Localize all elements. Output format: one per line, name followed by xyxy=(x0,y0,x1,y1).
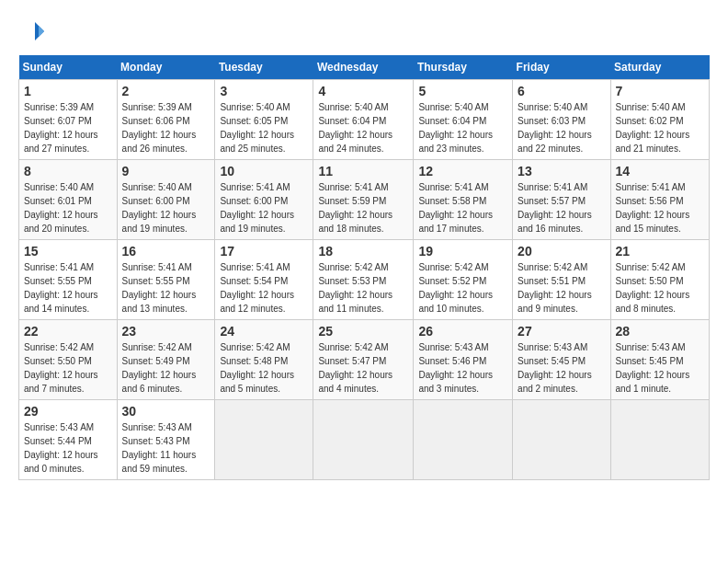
calendar-cell: 28 Sunrise: 5:43 AMSunset: 5:45 PMDaylig… xyxy=(610,320,709,400)
day-number: 10 xyxy=(220,164,308,178)
week-row-2: 8 Sunrise: 5:40 AMSunset: 6:01 PMDayligh… xyxy=(19,160,710,240)
calendar-cell: 24 Sunrise: 5:42 AMSunset: 5:48 PMDaylig… xyxy=(215,320,313,400)
calendar-cell: 2 Sunrise: 5:39 AMSunset: 6:06 PMDayligh… xyxy=(117,80,215,160)
calendar-cell xyxy=(215,400,313,480)
calendar-cell: 6 Sunrise: 5:40 AMSunset: 6:03 PMDayligh… xyxy=(513,80,610,160)
calendar-table: SundayMondayTuesdayWednesdayThursdayFrid… xyxy=(18,55,710,480)
day-info: Sunrise: 5:41 AMSunset: 5:55 PMDaylight:… xyxy=(24,260,112,316)
day-number: 4 xyxy=(318,84,408,98)
day-header-tuesday: Tuesday xyxy=(215,55,313,80)
calendar-cell xyxy=(313,400,414,480)
calendar-cell: 27 Sunrise: 5:43 AMSunset: 5:45 PMDaylig… xyxy=(513,320,610,400)
day-info: Sunrise: 5:41 AMSunset: 5:56 PMDaylight:… xyxy=(616,180,704,236)
calendar-cell: 5 Sunrise: 5:40 AMSunset: 6:04 PMDayligh… xyxy=(414,80,513,160)
calendar-cell: 30 Sunrise: 5:43 AMSunset: 5:43 PMDaylig… xyxy=(117,400,215,480)
day-info: Sunrise: 5:40 AMSunset: 6:02 PMDaylight:… xyxy=(616,100,704,155)
day-number: 28 xyxy=(616,324,704,339)
day-info: Sunrise: 5:39 AMSunset: 6:06 PMDaylight:… xyxy=(122,100,210,155)
day-info: Sunrise: 5:42 AMSunset: 5:52 PMDaylight:… xyxy=(418,260,507,316)
day-info: Sunrise: 5:43 AMSunset: 5:46 PMDaylight:… xyxy=(418,340,507,396)
day-info: Sunrise: 5:42 AMSunset: 5:53 PMDaylight:… xyxy=(318,260,408,316)
logo xyxy=(18,18,50,46)
day-info: Sunrise: 5:43 AMSunset: 5:45 PMDaylight:… xyxy=(616,340,704,396)
week-row-1: 1 Sunrise: 5:39 AMSunset: 6:07 PMDayligh… xyxy=(19,80,710,160)
day-info: Sunrise: 5:43 AMSunset: 5:45 PMDaylight:… xyxy=(518,340,605,396)
day-number: 24 xyxy=(220,324,308,339)
day-number: 14 xyxy=(616,164,704,178)
calendar-cell: 21 Sunrise: 5:42 AMSunset: 5:50 PMDaylig… xyxy=(610,240,709,320)
day-info: Sunrise: 5:41 AMSunset: 6:00 PMDaylight:… xyxy=(220,180,308,236)
day-info: Sunrise: 5:43 AMSunset: 5:44 PMDaylight:… xyxy=(24,420,112,476)
day-info: Sunrise: 5:41 AMSunset: 5:54 PMDaylight:… xyxy=(220,260,308,316)
day-number: 16 xyxy=(122,244,210,259)
calendar-cell xyxy=(610,400,709,480)
calendar-cell: 13 Sunrise: 5:41 AMSunset: 5:57 PMDaylig… xyxy=(513,160,610,240)
day-number: 9 xyxy=(122,164,210,178)
day-info: Sunrise: 5:41 AMSunset: 5:58 PMDaylight:… xyxy=(418,180,507,236)
day-number: 8 xyxy=(24,164,112,178)
calendar-cell xyxy=(513,400,610,480)
day-number: 19 xyxy=(418,244,507,259)
calendar-cell: 15 Sunrise: 5:41 AMSunset: 5:55 PMDaylig… xyxy=(19,240,118,320)
day-number: 5 xyxy=(418,84,507,98)
day-info: Sunrise: 5:41 AMSunset: 5:55 PMDaylight:… xyxy=(122,260,210,316)
day-number: 1 xyxy=(24,84,112,98)
calendar-cell: 11 Sunrise: 5:41 AMSunset: 5:59 PMDaylig… xyxy=(313,160,414,240)
week-row-3: 15 Sunrise: 5:41 AMSunset: 5:55 PMDaylig… xyxy=(19,240,710,320)
day-number: 12 xyxy=(418,164,507,178)
day-info: Sunrise: 5:42 AMSunset: 5:50 PMDaylight:… xyxy=(616,260,704,316)
week-row-4: 22 Sunrise: 5:42 AMSunset: 5:50 PMDaylig… xyxy=(19,320,710,400)
day-info: Sunrise: 5:42 AMSunset: 5:47 PMDaylight:… xyxy=(318,340,408,396)
day-header-sunday: Sunday xyxy=(19,55,118,80)
header-row: SundayMondayTuesdayWednesdayThursdayFrid… xyxy=(19,55,710,80)
day-number: 3 xyxy=(220,84,308,98)
day-number: 7 xyxy=(616,84,704,98)
day-number: 30 xyxy=(122,404,210,419)
calendar-cell: 9 Sunrise: 5:40 AMSunset: 6:00 PMDayligh… xyxy=(117,160,215,240)
day-info: Sunrise: 5:40 AMSunset: 6:03 PMDaylight:… xyxy=(518,100,605,155)
calendar-cell: 19 Sunrise: 5:42 AMSunset: 5:52 PMDaylig… xyxy=(414,240,513,320)
calendar-cell: 29 Sunrise: 5:43 AMSunset: 5:44 PMDaylig… xyxy=(19,400,118,480)
day-header-friday: Friday xyxy=(513,55,610,80)
calendar-cell: 26 Sunrise: 5:43 AMSunset: 5:46 PMDaylig… xyxy=(414,320,513,400)
day-number: 15 xyxy=(24,244,112,259)
day-info: Sunrise: 5:42 AMSunset: 5:51 PMDaylight:… xyxy=(518,260,605,316)
page-header xyxy=(18,18,710,46)
calendar-cell: 14 Sunrise: 5:41 AMSunset: 5:56 PMDaylig… xyxy=(610,160,709,240)
calendar-cell: 12 Sunrise: 5:41 AMSunset: 5:58 PMDaylig… xyxy=(414,160,513,240)
day-info: Sunrise: 5:40 AMSunset: 6:01 PMDaylight:… xyxy=(24,180,112,236)
day-info: Sunrise: 5:43 AMSunset: 5:43 PMDaylight:… xyxy=(122,420,210,476)
day-number: 25 xyxy=(318,324,408,339)
day-number: 26 xyxy=(418,324,507,339)
calendar-cell: 22 Sunrise: 5:42 AMSunset: 5:50 PMDaylig… xyxy=(19,320,118,400)
day-number: 18 xyxy=(318,244,408,259)
day-info: Sunrise: 5:40 AMSunset: 6:05 PMDaylight:… xyxy=(220,100,308,155)
day-header-saturday: Saturday xyxy=(610,55,709,80)
day-info: Sunrise: 5:42 AMSunset: 5:50 PMDaylight:… xyxy=(24,340,112,396)
calendar-cell: 10 Sunrise: 5:41 AMSunset: 6:00 PMDaylig… xyxy=(215,160,313,240)
day-number: 17 xyxy=(220,244,308,259)
calendar-cell: 23 Sunrise: 5:42 AMSunset: 5:49 PMDaylig… xyxy=(117,320,215,400)
day-number: 27 xyxy=(518,324,605,339)
day-number: 29 xyxy=(24,404,112,419)
day-info: Sunrise: 5:42 AMSunset: 5:49 PMDaylight:… xyxy=(122,340,210,396)
calendar-cell: 3 Sunrise: 5:40 AMSunset: 6:05 PMDayligh… xyxy=(215,80,313,160)
day-number: 23 xyxy=(122,324,210,339)
week-row-5: 29 Sunrise: 5:43 AMSunset: 5:44 PMDaylig… xyxy=(19,400,710,480)
day-header-monday: Monday xyxy=(117,55,215,80)
calendar-cell xyxy=(414,400,513,480)
calendar-cell: 16 Sunrise: 5:41 AMSunset: 5:55 PMDaylig… xyxy=(117,240,215,320)
day-header-thursday: Thursday xyxy=(414,55,513,80)
calendar-cell: 7 Sunrise: 5:40 AMSunset: 6:02 PMDayligh… xyxy=(610,80,709,160)
day-number: 13 xyxy=(518,164,605,178)
calendar-cell: 20 Sunrise: 5:42 AMSunset: 5:51 PMDaylig… xyxy=(513,240,610,320)
calendar-cell: 17 Sunrise: 5:41 AMSunset: 5:54 PMDaylig… xyxy=(215,240,313,320)
day-info: Sunrise: 5:41 AMSunset: 5:57 PMDaylight:… xyxy=(518,180,605,236)
day-header-wednesday: Wednesday xyxy=(313,55,414,80)
day-number: 6 xyxy=(518,84,605,98)
logo-icon xyxy=(18,18,46,46)
day-number: 20 xyxy=(518,244,605,259)
calendar-cell: 1 Sunrise: 5:39 AMSunset: 6:07 PMDayligh… xyxy=(19,80,118,160)
day-number: 2 xyxy=(122,84,210,98)
day-number: 22 xyxy=(24,324,112,339)
